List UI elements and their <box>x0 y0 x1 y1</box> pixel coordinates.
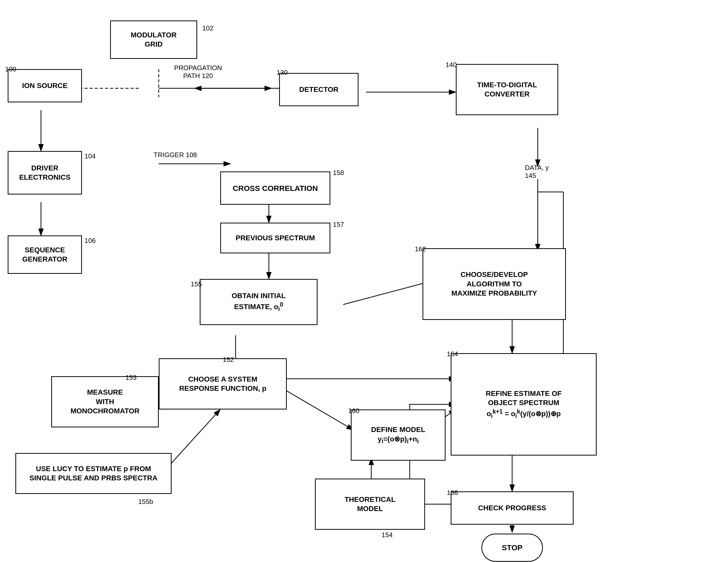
ion-source-label: ION SOURCE <box>22 81 67 90</box>
use-lucy-ref: 155b <box>138 498 153 506</box>
svg-line-19 <box>279 386 353 430</box>
data-y-label: DATA, y145 <box>525 164 549 180</box>
time-digital-ref: 140 <box>446 61 457 69</box>
theoretical-model-box: THEORETICALMODEL <box>315 479 425 530</box>
define-model-ref: 160 <box>348 407 359 415</box>
ion-source-box: ION SOURCE <box>8 69 82 102</box>
choose-develop-label: CHOOSE/DEVELOPALGORITHM TOMAXIMIZE PROBA… <box>451 270 537 298</box>
theoretical-model-label: THEORETICALMODEL <box>344 495 395 514</box>
use-lucy-label: USE LUCY TO ESTIMATE p FROMSINGLE PULSE … <box>29 464 157 483</box>
choose-system-ref: 152 <box>223 356 234 364</box>
obtain-initial-label: OBTAIN INITIALESTIMATE, oi0 <box>231 291 286 313</box>
svg-line-18 <box>169 409 220 466</box>
choose-develop-box: CHOOSE/DEVELOPALGORITHM TOMAXIMIZE PROBA… <box>423 248 566 320</box>
refine-estimate-box: REFINE ESTIMATE OFOBJECT SPECTRUMoik+1 =… <box>451 353 597 455</box>
obtain-initial-ref: 155 <box>191 280 202 288</box>
previous-spectrum-ref: 157 <box>333 221 344 229</box>
sequence-generator-label: SEQUENCEGENERATOR <box>22 246 67 264</box>
cross-correlation-box: CROSS CORRELATION <box>220 172 330 205</box>
modulator-grid-box: MODULATORGRID <box>110 20 197 59</box>
measure-mono-ref: 153 <box>125 374 136 381</box>
define-model-box: DEFINE MODELyi=(o⊗p)i+ni <box>351 409 446 461</box>
modulator-grid-ref: 102 <box>202 24 213 32</box>
sequence-generator-ref: 106 <box>85 237 96 245</box>
driver-electronics-ref: 104 <box>85 152 96 160</box>
check-progress-box: CHECK PROGRESS <box>451 491 574 525</box>
stop-box: STOP <box>481 534 543 562</box>
check-progress-ref: 166 <box>447 489 458 497</box>
define-model-label: DEFINE MODELyi=(o⊗p)i+ni <box>371 425 425 445</box>
choose-system-label: CHOOSE A SYSTEMRESPONSE FUNCTION, p <box>179 375 267 393</box>
refine-estimate-ref: 164 <box>447 350 458 358</box>
theoretical-model-ref: 154 <box>382 531 393 539</box>
measure-mono-label: MEASUREWITHMONOCHROMATOR <box>70 388 140 416</box>
modulator-grid-label: MODULATORGRID <box>131 30 176 49</box>
cross-correlation-ref: 158 <box>333 169 344 177</box>
detector-ref: 130 <box>277 69 288 77</box>
ion-source-ref: 100 <box>5 65 16 73</box>
check-progress-label: CHECK PROGRESS <box>478 503 546 513</box>
diagram: MODULATORGRID 102 ION SOURCE 100 PROPAGA… <box>0 0 728 562</box>
use-lucy-box: USE LUCY TO ESTIMATE p FROMSINGLE PULSE … <box>15 453 172 494</box>
propagation-path-label: PROPAGATIONPATH 120 <box>174 64 222 80</box>
time-digital-label: TIME-TO-DIGITALCONVERTER <box>477 80 537 99</box>
detector-box: DETECTOR <box>279 73 358 106</box>
driver-electronics-label: DRIVERELECTRONICS <box>19 164 71 182</box>
stop-label: STOP <box>502 543 522 552</box>
measure-mono-box: MEASUREWITHMONOCHROMATOR <box>51 376 159 427</box>
choose-develop-ref: 162 <box>415 245 426 253</box>
choose-system-box: CHOOSE A SYSTEMRESPONSE FUNCTION, p <box>159 358 287 409</box>
obtain-initial-box: OBTAIN INITIALESTIMATE, oi0 <box>200 279 318 325</box>
driver-electronics-box: DRIVERELECTRONICS <box>8 151 82 195</box>
sequence-generator-box: SEQUENCEGENERATOR <box>8 236 82 274</box>
previous-spectrum-box: PREVIOUS SPECTRUM <box>220 223 330 254</box>
previous-spectrum-label: PREVIOUS SPECTRUM <box>236 234 315 243</box>
refine-estimate-label: REFINE ESTIMATE OFOBJECT SPECTRUMoik+1 =… <box>486 389 562 420</box>
detector-label: DETECTOR <box>299 85 339 94</box>
svg-line-13 <box>343 281 430 304</box>
cross-correlation-label: CROSS CORRELATION <box>233 183 318 193</box>
trigger-label: TRIGGER 108 <box>154 151 197 159</box>
time-digital-box: TIME-TO-DIGITALCONVERTER <box>456 64 558 115</box>
